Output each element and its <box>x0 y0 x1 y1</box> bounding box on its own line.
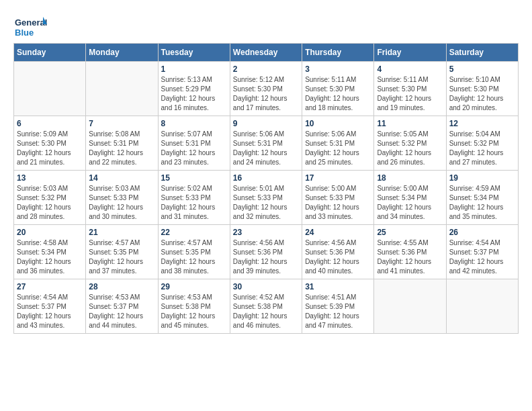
day-info: Sunrise: 5:00 AMSunset: 5:33 PMDaylight:… <box>305 184 371 222</box>
day-info: Sunrise: 5:12 AMSunset: 5:30 PMDaylight:… <box>233 75 299 113</box>
calendar-cell: 28Sunrise: 4:53 AMSunset: 5:37 PMDayligh… <box>86 279 158 334</box>
calendar-cell: 1Sunrise: 5:13 AMSunset: 5:29 PMDaylight… <box>158 62 230 116</box>
day-info: Sunrise: 4:57 AMSunset: 5:35 PMDaylight:… <box>161 238 227 276</box>
day-info: Sunrise: 5:03 AMSunset: 5:33 PMDaylight:… <box>89 184 154 222</box>
day-number: 3 <box>305 64 371 74</box>
calendar-cell: 6Sunrise: 5:09 AMSunset: 5:30 PMDaylight… <box>14 116 86 171</box>
calendar-cell: 11Sunrise: 5:05 AMSunset: 5:32 PMDayligh… <box>374 116 446 171</box>
calendar-week-3: 13Sunrise: 5:03 AMSunset: 5:32 PMDayligh… <box>14 171 519 225</box>
day-number: 25 <box>377 228 443 237</box>
day-info: Sunrise: 4:59 AMSunset: 5:34 PMDaylight:… <box>449 184 515 222</box>
calendar-cell: 10Sunrise: 5:06 AMSunset: 5:31 PMDayligh… <box>302 116 374 171</box>
calendar-cell: 3Sunrise: 5:11 AMSunset: 5:30 PMDaylight… <box>302 62 374 116</box>
calendar-cell <box>446 279 518 334</box>
calendar-cell: 17Sunrise: 5:00 AMSunset: 5:33 PMDayligh… <box>302 171 374 225</box>
weekday-header-thursday: Thursday <box>302 44 374 62</box>
weekday-header-saturday: Saturday <box>446 44 518 62</box>
day-info: Sunrise: 4:56 AMSunset: 5:36 PMDaylight:… <box>305 238 371 276</box>
day-info: Sunrise: 4:55 AMSunset: 5:36 PMDaylight:… <box>377 238 443 276</box>
day-number: 21 <box>89 228 154 237</box>
calendar-cell: 9Sunrise: 5:06 AMSunset: 5:31 PMDaylight… <box>230 116 302 171</box>
day-number: 12 <box>449 119 515 128</box>
calendar-week-1: 1Sunrise: 5:13 AMSunset: 5:29 PMDaylight… <box>14 62 519 116</box>
calendar-cell: 12Sunrise: 5:04 AMSunset: 5:32 PMDayligh… <box>446 116 518 171</box>
day-number: 15 <box>161 173 227 183</box>
day-info: Sunrise: 4:54 AMSunset: 5:37 PMDaylight:… <box>449 238 515 276</box>
day-number: 20 <box>17 228 83 237</box>
day-number: 19 <box>449 173 515 183</box>
day-number: 2 <box>233 64 299 74</box>
day-number: 6 <box>17 119 83 128</box>
logo-svg: General Blue <box>13 13 47 40</box>
calendar-cell: 8Sunrise: 5:07 AMSunset: 5:31 PMDaylight… <box>158 116 230 171</box>
calendar-cell: 14Sunrise: 5:03 AMSunset: 5:33 PMDayligh… <box>86 171 158 225</box>
day-number: 17 <box>305 173 371 183</box>
calendar-cell: 18Sunrise: 5:00 AMSunset: 5:34 PMDayligh… <box>374 171 446 225</box>
day-info: Sunrise: 5:05 AMSunset: 5:32 PMDaylight:… <box>377 130 443 167</box>
day-info: Sunrise: 5:03 AMSunset: 5:32 PMDaylight:… <box>17 184 83 222</box>
calendar-cell: 27Sunrise: 4:54 AMSunset: 5:37 PMDayligh… <box>14 279 86 334</box>
calendar-cell: 16Sunrise: 5:01 AMSunset: 5:33 PMDayligh… <box>230 171 302 225</box>
day-info: Sunrise: 5:10 AMSunset: 5:30 PMDaylight:… <box>449 75 515 113</box>
calendar-cell <box>374 279 446 334</box>
day-info: Sunrise: 5:00 AMSunset: 5:34 PMDaylight:… <box>377 184 443 222</box>
day-number: 24 <box>305 228 371 237</box>
day-number: 23 <box>233 228 299 237</box>
day-number: 8 <box>161 119 227 128</box>
calendar-cell: 30Sunrise: 4:52 AMSunset: 5:38 PMDayligh… <box>230 279 302 334</box>
day-number: 5 <box>449 64 515 74</box>
day-info: Sunrise: 4:53 AMSunset: 5:38 PMDaylight:… <box>161 293 227 330</box>
day-number: 4 <box>377 64 443 74</box>
weekday-header-friday: Friday <box>374 44 446 62</box>
weekday-header-wednesday: Wednesday <box>230 44 302 62</box>
calendar-table: SundayMondayTuesdayWednesdayThursdayFrid… <box>13 43 519 334</box>
calendar-week-4: 20Sunrise: 4:58 AMSunset: 5:34 PMDayligh… <box>14 225 519 279</box>
day-number: 9 <box>233 119 299 128</box>
calendar-cell: 25Sunrise: 4:55 AMSunset: 5:36 PMDayligh… <box>374 225 446 279</box>
calendar-cell: 29Sunrise: 4:53 AMSunset: 5:38 PMDayligh… <box>158 279 230 334</box>
calendar-cell: 19Sunrise: 4:59 AMSunset: 5:34 PMDayligh… <box>446 171 518 225</box>
day-number: 7 <box>89 119 154 128</box>
day-info: Sunrise: 5:11 AMSunset: 5:30 PMDaylight:… <box>377 75 443 113</box>
calendar-cell: 24Sunrise: 4:56 AMSunset: 5:36 PMDayligh… <box>302 225 374 279</box>
calendar-cell: 31Sunrise: 4:51 AMSunset: 5:39 PMDayligh… <box>302 279 374 334</box>
weekday-header-monday: Monday <box>86 44 158 62</box>
day-info: Sunrise: 5:04 AMSunset: 5:32 PMDaylight:… <box>449 130 515 167</box>
day-info: Sunrise: 5:08 AMSunset: 5:31 PMDaylight:… <box>89 130 154 167</box>
calendar-cell: 23Sunrise: 4:56 AMSunset: 5:36 PMDayligh… <box>230 225 302 279</box>
calendar-cell: 7Sunrise: 5:08 AMSunset: 5:31 PMDaylight… <box>86 116 158 171</box>
day-info: Sunrise: 4:53 AMSunset: 5:37 PMDaylight:… <box>89 293 154 330</box>
day-info: Sunrise: 5:02 AMSunset: 5:33 PMDaylight:… <box>161 184 227 222</box>
day-number: 26 <box>449 228 515 237</box>
day-info: Sunrise: 5:01 AMSunset: 5:33 PMDaylight:… <box>233 184 299 222</box>
svg-text:General: General <box>15 17 47 28</box>
calendar-cell: 5Sunrise: 5:10 AMSunset: 5:30 PMDaylight… <box>446 62 518 116</box>
day-info: Sunrise: 5:11 AMSunset: 5:30 PMDaylight:… <box>305 75 371 113</box>
day-number: 13 <box>17 173 83 183</box>
day-info: Sunrise: 4:51 AMSunset: 5:39 PMDaylight:… <box>305 293 371 330</box>
calendar-cell <box>14 62 86 116</box>
day-number: 31 <box>305 282 371 291</box>
day-info: Sunrise: 5:13 AMSunset: 5:29 PMDaylight:… <box>161 75 227 113</box>
calendar-cell: 20Sunrise: 4:58 AMSunset: 5:34 PMDayligh… <box>14 225 86 279</box>
calendar-week-2: 6Sunrise: 5:09 AMSunset: 5:30 PMDaylight… <box>14 116 519 171</box>
day-number: 28 <box>89 282 154 291</box>
day-number: 1 <box>161 64 227 74</box>
calendar-cell <box>86 62 158 116</box>
weekday-header-sunday: Sunday <box>14 44 86 62</box>
day-info: Sunrise: 4:58 AMSunset: 5:34 PMDaylight:… <box>17 238 83 276</box>
day-number: 29 <box>161 282 227 291</box>
calendar-week-5: 27Sunrise: 4:54 AMSunset: 5:37 PMDayligh… <box>14 279 519 334</box>
day-info: Sunrise: 5:09 AMSunset: 5:30 PMDaylight:… <box>17 130 83 167</box>
day-info: Sunrise: 4:52 AMSunset: 5:38 PMDaylight:… <box>233 293 299 330</box>
logo: General Blue <box>13 13 47 40</box>
day-number: 14 <box>89 173 154 183</box>
day-number: 30 <box>233 282 299 291</box>
calendar-cell: 4Sunrise: 5:11 AMSunset: 5:30 PMDaylight… <box>374 62 446 116</box>
calendar-cell: 22Sunrise: 4:57 AMSunset: 5:35 PMDayligh… <box>158 225 230 279</box>
svg-text:Blue: Blue <box>15 28 34 38</box>
calendar-cell: 21Sunrise: 4:57 AMSunset: 5:35 PMDayligh… <box>86 225 158 279</box>
weekday-header-row: SundayMondayTuesdayWednesdayThursdayFrid… <box>14 44 519 62</box>
calendar-cell: 26Sunrise: 4:54 AMSunset: 5:37 PMDayligh… <box>446 225 518 279</box>
day-info: Sunrise: 4:54 AMSunset: 5:37 PMDaylight:… <box>17 293 83 330</box>
